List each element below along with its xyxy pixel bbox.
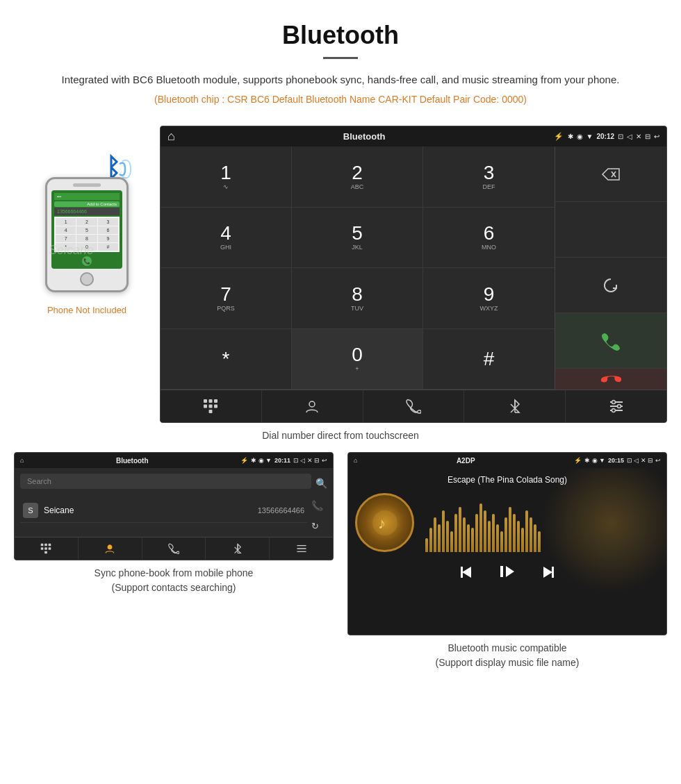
svg-marker-35 [462, 567, 471, 578]
seicane-watermark: Seicane [49, 243, 94, 258]
wave-bar [434, 517, 436, 552]
svg-rect-5 [204, 405, 207, 408]
wave-bar [517, 521, 520, 552]
page-specs: (Bluetooth chip : CSR BC6 Default Blueto… [42, 94, 639, 105]
dialer-actions [555, 147, 666, 390]
music-waveform [425, 493, 659, 552]
wave-bar [454, 514, 457, 552]
pb-nav-settings[interactable] [270, 537, 333, 560]
home-icon-music[interactable]: ⌂ [354, 457, 357, 464]
svg-line-11 [511, 404, 515, 408]
status-bar-large: ⌂ Bluetooth ⚡ ✱ ◉ ▼ 20:12 ⊡ ◁ ✕ ⊟ ↩ [161, 126, 666, 147]
wave-bar [538, 531, 541, 552]
svg-rect-3 [209, 399, 213, 403]
reload-icon-pb[interactable]: ↻ [311, 521, 323, 531]
nav-contacts[interactable] [262, 390, 363, 422]
dialer-keys: 1 ∿ 2 ABC 3 DEF 4 GHI 5 JKL [161, 147, 555, 390]
status-icons-music: ✱ ◉ ▼ [584, 457, 605, 464]
key-star[interactable]: * [161, 329, 292, 390]
large-screen-mockup: ⌂ Bluetooth ⚡ ✱ ◉ ▼ 20:12 ⊡ ◁ ✕ ⊟ ↩ 1 ∿ [160, 126, 667, 423]
wifi-icon: ▼ [586, 133, 593, 140]
play-pause-button[interactable] [496, 560, 518, 587]
wave-bar [425, 538, 428, 552]
key-5[interactable]: 5 JKL [292, 208, 423, 269]
key-2[interactable]: 2 ABC [292, 147, 423, 208]
action-empty [555, 202, 666, 258]
close-x-icon[interactable]: ✕ [636, 133, 641, 140]
wave-bar [492, 514, 495, 552]
contact-number: 13566664466 [258, 506, 304, 515]
nav-bluetooth[interactable] [464, 390, 566, 422]
key-7[interactable]: 7 PQRS [161, 268, 292, 329]
phonebook-status-bar: ⌂ Bluetooth ⚡ ✱ ◉ ▼ 20:11 ⊡ ◁ ✕ ⊟ ↩ [15, 453, 333, 468]
svg-rect-36 [461, 567, 463, 578]
main-caption: Dial number direct from touchscreen [0, 430, 681, 441]
key-9[interactable]: 9 WXYZ [423, 268, 555, 329]
end-call-button[interactable] [555, 369, 666, 390]
key-1[interactable]: 1 ∿ [161, 147, 292, 208]
home-icon[interactable]: ⌂ [167, 129, 175, 144]
bottom-nav-large [161, 390, 666, 422]
music-album-area: ♪ [355, 493, 659, 552]
svg-marker-39 [543, 567, 552, 578]
main-content: ••• Add to Contacts 13566664466 123 456 … [0, 126, 681, 423]
wave-bar [496, 524, 499, 552]
svg-rect-6 [209, 405, 213, 408]
pb-nav-contacts[interactable] [79, 537, 142, 560]
key-8[interactable]: 8 TUV [292, 268, 423, 329]
wave-bar [488, 521, 491, 552]
search-icon[interactable]: 🔍 [315, 478, 327, 489]
key-3[interactable]: 3 DEF [423, 147, 555, 208]
svg-rect-22 [41, 547, 44, 550]
contact-avatar: S [23, 503, 38, 518]
window-icon: ⊟ [645, 133, 650, 140]
album-art: ♪ [355, 493, 414, 552]
search-bar[interactable]: Search [20, 474, 311, 489]
wave-bar [442, 510, 445, 552]
svg-point-26 [108, 545, 112, 549]
phone-aside: ••• Add to Contacts 13566664466 123 456 … [14, 126, 160, 315]
time-music: 20:15 [608, 457, 624, 464]
nav-dialpad[interactable] [161, 390, 262, 422]
wave-bar [475, 514, 478, 552]
nav-phone[interactable] [363, 390, 465, 422]
pb-nav-phone[interactable] [142, 537, 206, 560]
contact-row[interactable]: S Seicane 13566664466 [20, 499, 307, 523]
contacts-list: S Seicane 13566664466 [20, 499, 307, 531]
nav-settings[interactable] [566, 390, 666, 422]
svg-line-28 [234, 547, 237, 550]
wave-bar [513, 514, 516, 552]
page-header: Bluetooth Integrated with BC6 Bluetooth … [0, 0, 681, 126]
wave-bar [509, 507, 511, 552]
pb-nav-bluetooth[interactable] [206, 537, 270, 560]
svg-rect-20 [45, 544, 48, 547]
bt-status-icon: ✱ [568, 133, 573, 140]
key-4[interactable]: 4 GHI [161, 208, 292, 269]
page-title: Bluetooth [42, 21, 639, 50]
call-button[interactable] [555, 313, 666, 369]
key-6[interactable]: 6 MNO [423, 208, 555, 269]
next-button[interactable] [539, 564, 556, 584]
phone-icon-pb[interactable]: 📞 [311, 500, 323, 511]
svg-text:♪: ♪ [378, 515, 386, 532]
wave-bar [534, 524, 536, 552]
wave-bar [429, 528, 432, 552]
wave-bar [521, 528, 524, 552]
wave-bar [467, 524, 470, 552]
key-0[interactable]: 0 + [292, 329, 423, 390]
redial-button[interactable] [555, 258, 666, 313]
svg-point-16 [612, 401, 615, 404]
key-hash[interactable]: # [423, 329, 555, 390]
back-icon[interactable]: ↩ [654, 133, 659, 140]
wave-bar [500, 531, 503, 552]
home-icon-sm[interactable]: ⌂ [20, 457, 24, 464]
svg-point-17 [617, 405, 621, 408]
backspace-button[interactable] [555, 147, 666, 202]
prev-button[interactable] [459, 564, 475, 584]
music-status-bar: ⌂ A2DP ⚡ ✱ ◉ ▼ 20:15 ⊡ ◁ ✕ ⊟ ↩ [348, 453, 666, 468]
pb-nav-dialpad[interactable] [15, 537, 79, 560]
usb-icon-music: ⚡ [574, 457, 582, 464]
phonebook-bottom-nav [15, 537, 333, 560]
svg-marker-37 [506, 566, 514, 577]
phone-not-included-label: Phone Not Included [47, 305, 126, 315]
